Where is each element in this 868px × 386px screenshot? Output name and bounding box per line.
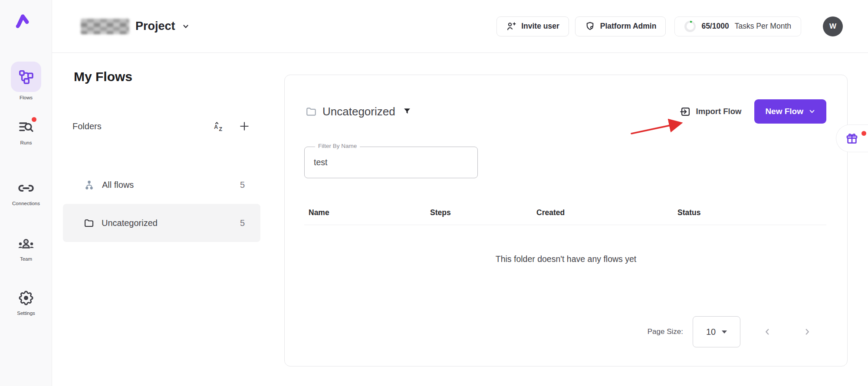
list-search-icon bbox=[17, 119, 35, 136]
tasks-progress-ring bbox=[684, 21, 696, 32]
whats-new-gift-tab[interactable] bbox=[836, 124, 868, 152]
folders-title: Folders bbox=[72, 121, 102, 131]
chevron-down-icon bbox=[809, 108, 815, 115]
folder-count: 5 bbox=[240, 218, 245, 228]
chevron-right-icon bbox=[802, 327, 812, 337]
sidebar-item-settings[interactable]: Settings bbox=[0, 288, 52, 316]
new-flow-button[interactable]: New Flow bbox=[754, 99, 826, 124]
folder-icon bbox=[306, 106, 317, 117]
svg-text:A: A bbox=[214, 124, 218, 130]
sidebar-item-connections[interactable]: Connections bbox=[0, 179, 52, 206]
svg-text:Z: Z bbox=[219, 126, 223, 132]
link-icon bbox=[17, 180, 35, 197]
pagination: Page Size: 10 bbox=[648, 316, 816, 347]
next-page-button[interactable] bbox=[799, 323, 816, 340]
column-header-created: Created bbox=[536, 208, 677, 217]
new-flow-label: New Flow bbox=[765, 107, 803, 116]
import-flow-label: Import Flow bbox=[696, 107, 742, 116]
invite-user-label: Invite user bbox=[521, 22, 559, 31]
folder-icon bbox=[84, 218, 94, 228]
sidebar-rail: Flows Runs Connection bbox=[0, 0, 52, 386]
top-header: Project Invite user Platform Admin bbox=[52, 0, 868, 53]
folder-item-uncategorized[interactable]: Uncategorized 5 bbox=[63, 204, 260, 242]
folder-name: Uncategorized bbox=[102, 218, 158, 228]
sidebar-item-label: Flows bbox=[20, 95, 33, 100]
page-title: My Flows bbox=[74, 69, 132, 84]
avatar-initial: W bbox=[829, 22, 836, 31]
add-folder-icon[interactable] bbox=[239, 121, 250, 132]
shield-icon bbox=[585, 21, 595, 32]
column-header-status: Status bbox=[677, 208, 826, 217]
card-folder-title: Uncategorized bbox=[322, 105, 395, 118]
folders-panel: Folders A Z All flows 5 bbox=[63, 116, 260, 136]
workflow-icon bbox=[18, 69, 34, 85]
filter-by-name-field[interactable]: Filter By Name bbox=[304, 147, 478, 178]
flows-table-header: Name Steps Created Status bbox=[304, 201, 826, 225]
team-icon bbox=[17, 235, 35, 252]
user-avatar[interactable]: W bbox=[823, 16, 843, 36]
gear-icon bbox=[17, 289, 35, 307]
sidebar-item-team[interactable]: Team bbox=[0, 234, 52, 262]
import-icon bbox=[680, 106, 691, 118]
chevron-left-icon bbox=[763, 327, 772, 337]
user-plus-icon bbox=[506, 21, 516, 32]
filter-funnel-icon[interactable] bbox=[402, 107, 412, 116]
invite-user-button[interactable]: Invite user bbox=[496, 16, 569, 36]
column-header-name: Name bbox=[304, 208, 430, 217]
sidebar-item-flows[interactable]: Flows bbox=[0, 62, 52, 100]
platform-admin-button[interactable]: Platform Admin bbox=[575, 16, 666, 36]
runs-notification-dot bbox=[32, 117, 36, 122]
page-size-value: 10 bbox=[706, 327, 716, 337]
flows-active-tile bbox=[11, 62, 41, 92]
folder-count: 5 bbox=[240, 180, 245, 190]
sort-alpha-icon[interactable]: A Z bbox=[213, 121, 225, 132]
activepieces-logo-icon bbox=[12, 10, 31, 29]
column-header-steps: Steps bbox=[430, 208, 536, 217]
project-label: Project bbox=[135, 20, 175, 33]
tasks-usage-pill[interactable]: 65/1000 Tasks Per Month bbox=[674, 16, 801, 36]
import-flow-button[interactable]: Import Flow bbox=[680, 106, 742, 118]
gift-icon bbox=[845, 131, 859, 145]
gift-notification-dot bbox=[861, 131, 866, 136]
previous-page-button[interactable] bbox=[759, 323, 776, 340]
sidebar-item-label: Team bbox=[20, 256, 32, 262]
empty-state-message: This folder doesn't have any flows yet bbox=[285, 254, 847, 264]
page-size-select[interactable]: 10 bbox=[693, 316, 740, 347]
filter-by-name-input[interactable] bbox=[305, 147, 477, 178]
sidebar-item-label: Runs bbox=[20, 140, 32, 145]
dropdown-arrow-icon bbox=[722, 330, 727, 334]
tasks-label: Tasks Per Month bbox=[735, 22, 791, 31]
platform-admin-label: Platform Admin bbox=[600, 22, 657, 31]
flows-card: Uncategorized Import Flow New Flow Fi bbox=[284, 75, 848, 366]
hierarchy-icon bbox=[84, 180, 95, 190]
project-switcher[interactable]: Project bbox=[81, 19, 190, 34]
sidebar-item-runs[interactable]: Runs bbox=[0, 118, 52, 145]
chevron-down-icon bbox=[181, 22, 190, 31]
folder-name: All flows bbox=[102, 180, 134, 190]
redacted-project-name bbox=[81, 19, 129, 34]
folder-item-all-flows[interactable]: All flows 5 bbox=[63, 166, 260, 204]
sidebar-item-label: Connections bbox=[12, 201, 40, 206]
tasks-count: 65/1000 bbox=[701, 22, 729, 31]
sidebar-item-label: Settings bbox=[17, 311, 35, 316]
page-size-label: Page Size: bbox=[648, 327, 683, 336]
app-logo[interactable] bbox=[12, 10, 31, 31]
